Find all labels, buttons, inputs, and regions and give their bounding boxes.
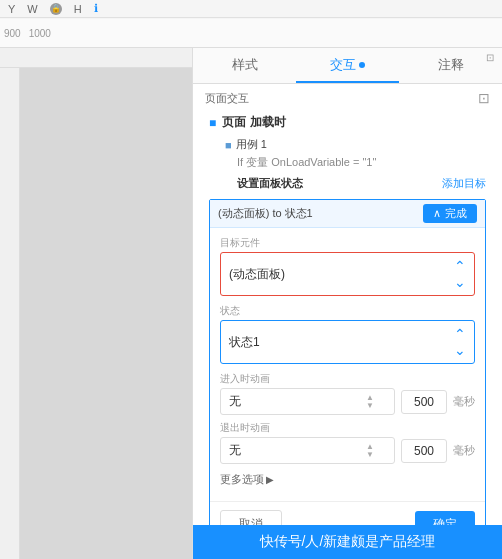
action-header: (动态面板) to 状态1 ∧ 完成: [210, 200, 485, 228]
stepper-down[interactable]: ▼: [366, 402, 374, 410]
use-case-label: 用例 1: [236, 137, 267, 152]
confirm-button[interactable]: 确定: [415, 511, 475, 525]
panel-content[interactable]: 页面交互 ⊡ ■ 页面 加载时 ■ 用例 1 If 变量 OnLoadVaria…: [193, 84, 502, 525]
exit-anim-row: 无 ▲ ▼ 毫秒: [220, 437, 475, 464]
canvas-ruler-horizontal: [0, 48, 192, 68]
condition-row: If 变量 OnLoadVariable = "1": [201, 154, 494, 172]
exit-anim-label: 退出时动画: [220, 421, 475, 435]
ruler-num-2: 1000: [25, 28, 55, 39]
enter-anim-unit: 毫秒: [453, 394, 475, 409]
check-icon: ∧: [433, 207, 441, 220]
more-options-row[interactable]: 更多选项 ▶: [220, 470, 475, 493]
page-interaction-label: 页面交互: [205, 91, 249, 106]
ruler-area: Y W 🔒 H ℹ 900 1000: [0, 0, 502, 48]
note-corner-icon: ⊡: [486, 52, 494, 63]
target-element-field[interactable]: (动态面板) ⌃⌄: [220, 252, 475, 296]
more-options-label: 更多选项: [220, 472, 264, 487]
form-section: 目标元件 (动态面板) ⌃⌄ 状态 状态1 ⌃⌄: [210, 228, 485, 501]
complete-button[interactable]: ∧ 完成: [423, 204, 477, 223]
exit-anim-stepper[interactable]: ▲ ▼: [366, 443, 374, 459]
add-target-button[interactable]: 添加目标: [442, 176, 486, 191]
enter-anim-duration[interactable]: [401, 390, 447, 414]
condition-text: If 变量 OnLoadVariable = "1": [237, 156, 376, 168]
state-field-arrow: ⌃⌄: [454, 326, 466, 358]
tab-interaction[interactable]: 交互: [296, 48, 399, 83]
page-icon: ■: [209, 116, 216, 130]
page-interaction-icon[interactable]: ⊡: [478, 90, 490, 106]
interaction-dot: [359, 62, 365, 68]
exit-stepper-down[interactable]: ▼: [366, 451, 374, 459]
panel-tabs: 样式 交互 注释 ⊡: [193, 48, 502, 84]
action-title-text: 设置面板状态: [237, 176, 303, 191]
right-panel: 样式 交互 注释 ⊡ 页面交互 ⊡ ■ 页面 加载时: [192, 48, 502, 559]
tab-style[interactable]: 样式: [193, 48, 296, 83]
exit-anim-select[interactable]: 无 ▲ ▼: [220, 437, 395, 464]
action-buttons: 取消 确定: [210, 501, 485, 525]
action-title-row: 设置面板状态 添加目标: [201, 172, 494, 195]
section-header-page: 页面交互 ⊡: [193, 84, 502, 110]
use-case-icon: ■: [225, 139, 232, 151]
exit-anim-duration[interactable]: [401, 439, 447, 463]
ruler-w-label: W: [27, 3, 37, 15]
enter-anim-select[interactable]: 无 ▲ ▼: [220, 388, 395, 415]
ruler-top: Y W 🔒 H ℹ: [0, 0, 502, 18]
enter-anim-row: 无 ▲ ▼ 毫秒: [220, 388, 475, 415]
tab-note[interactable]: 注释 ⊡: [399, 48, 502, 83]
state-field[interactable]: 状态1 ⌃⌄: [220, 320, 475, 364]
canvas-ruler-vertical: [0, 68, 20, 559]
state-field-inner: 状态1 ⌃⌄: [221, 321, 474, 363]
bottom-bar[interactable]: 快传号/人/新建颇是产品经理: [193, 525, 502, 559]
state-label: 状态: [220, 304, 475, 318]
target-element-label: 目标元件: [220, 236, 475, 250]
ruler-h-label: H: [74, 3, 82, 15]
enter-anim-label: 进入时动画: [220, 372, 475, 386]
action-header-text: (动态面板) to 状态1: [218, 206, 313, 221]
use-case-row: ■ 用例 1: [201, 135, 494, 154]
cancel-button[interactable]: 取消: [220, 510, 282, 525]
page-load-event: ■ 页面 加载时 ■ 用例 1 If 变量 OnLoadVariable = "…: [201, 110, 494, 525]
canvas-content[interactable]: [20, 68, 192, 559]
lock-icon: 🔒: [50, 3, 62, 15]
main-layout: 样式 交互 注释 ⊡ 页面交互 ⊡ ■ 页面 加载时: [0, 48, 502, 559]
state-value: 状态1: [229, 334, 260, 351]
canvas-area: [0, 48, 192, 559]
ruler-bottom: 900 1000: [0, 19, 502, 47]
target-field-inner: (动态面板) ⌃⌄: [221, 253, 474, 295]
event-title-row: ■ 页面 加载时: [201, 110, 494, 135]
target-field-arrow: ⌃⌄: [454, 258, 466, 290]
enter-anim-stepper[interactable]: ▲ ▼: [366, 394, 374, 410]
target-element-value: (动态面板): [229, 266, 285, 283]
more-options-arrow: ▶: [266, 474, 274, 485]
info-icon: ℹ: [94, 2, 98, 15]
action-container: (动态面板) to 状态1 ∧ 完成 目标元件 (动态面板): [209, 199, 486, 525]
ruler-y-label: Y: [8, 3, 15, 15]
page-load-title: 页面 加载时: [222, 114, 285, 131]
exit-anim-unit: 毫秒: [453, 443, 475, 458]
exit-anim-value: 无: [229, 442, 241, 459]
ruler-num-1: 900: [0, 28, 25, 39]
enter-anim-value: 无: [229, 393, 241, 410]
